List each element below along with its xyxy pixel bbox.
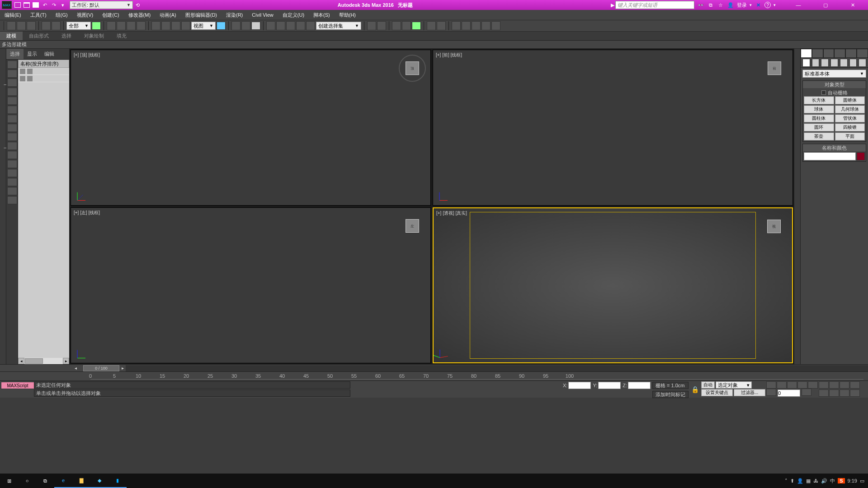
keyfilter-button[interactable]: 过滤器... <box>734 389 765 396</box>
primitive-button[interactable]: 圆柱体 <box>804 114 834 122</box>
tool-btn[interactable] <box>296 21 305 30</box>
right-dock-spine[interactable] <box>794 49 800 364</box>
tool-btn[interactable] <box>27 21 36 30</box>
primitive-button[interactable]: 四棱锥 <box>835 123 865 131</box>
scene-tab[interactable]: 编辑 <box>41 49 58 59</box>
tool-btn[interactable] <box>107 21 116 30</box>
tool-btn[interactable] <box>462 21 471 30</box>
tool-btn[interactable] <box>137 21 146 30</box>
menu-item[interactable]: 修改器(M) <box>124 10 156 20</box>
scene-filter-icon[interactable] <box>7 106 17 114</box>
primitive-button[interactable]: 几何球体 <box>835 105 865 113</box>
binoculars-icon[interactable]: 👓 <box>697 1 704 9</box>
menu-item[interactable]: 自定义(U) <box>278 10 309 20</box>
goto-end-icon[interactable] <box>808 381 818 389</box>
tool-btn[interactable] <box>392 21 401 30</box>
redo-icon[interactable]: ↷ <box>50 1 58 9</box>
time-slider-handle[interactable]: 0 / 100 <box>83 365 119 371</box>
geometry-icon[interactable] <box>802 59 810 67</box>
scene-hscroll[interactable]: ◂ ▸ <box>18 358 69 364</box>
autokey-button[interactable]: 自动 <box>701 381 715 389</box>
goto-start-icon[interactable] <box>766 381 776 389</box>
network-icon[interactable]: 🖧 <box>813 478 818 483</box>
viewport-label[interactable]: [+] [前] [线框] <box>436 52 462 58</box>
helpers-icon[interactable] <box>840 59 848 67</box>
tool-btn[interactable] <box>151 21 160 30</box>
tool-btn[interactable] <box>171 21 180 30</box>
scene-list[interactable]: 名称(按升序排序) ◂ ▸ <box>18 60 69 364</box>
tool-btn[interactable] <box>286 21 295 30</box>
scroll-left-icon[interactable]: ◂ <box>18 358 24 364</box>
close-button[interactable]: ✕ <box>839 0 866 10</box>
tool-btn[interactable] <box>412 22 421 30</box>
connect-icon[interactable]: ⧉ <box>707 1 714 9</box>
hierarchy-tab[interactable] <box>823 49 835 58</box>
autogrid-checkbox[interactable]: 自动栅格 <box>804 89 865 96</box>
display-tab[interactable] <box>845 49 857 58</box>
edge-icon[interactable]: e <box>54 474 72 488</box>
tool-btn[interactable] <box>266 21 275 30</box>
viewport-top[interactable]: [+] [顶] [线框] 顶 <box>71 50 431 206</box>
viewcube[interactable]: 顶 <box>403 59 421 77</box>
scene-filter-icon[interactable] <box>7 178 17 186</box>
tool-btn[interactable] <box>472 21 481 30</box>
motion-tab[interactable] <box>834 49 845 58</box>
tool-btn[interactable] <box>127 21 136 30</box>
tool-btn[interactable] <box>17 21 26 30</box>
utilities-tab[interactable] <box>857 49 868 58</box>
scroll-right-icon[interactable]: ▸ <box>63 358 69 364</box>
tool-btn[interactable] <box>217 22 226 30</box>
viewport-label[interactable]: [+] [透视] [真实] <box>436 210 467 216</box>
selection-filter[interactable]: 全部▼ <box>66 22 91 30</box>
primitive-button[interactable]: 管状体 <box>835 114 865 122</box>
menu-item[interactable]: 编辑(E) <box>0 10 26 20</box>
scene-tab[interactable]: 显示 <box>24 49 41 59</box>
left-dock-spine[interactable] <box>0 49 6 364</box>
scene-filter-icon[interactable] <box>7 61 17 69</box>
app-logo[interactable]: MAX <box>2 1 12 9</box>
primitive-button[interactable]: 茶壶 <box>804 132 834 141</box>
pan-icon[interactable] <box>829 389 839 397</box>
viewport-left[interactable]: [+] [左] [线框] 左 <box>71 207 431 363</box>
tool-btn[interactable] <box>241 21 250 30</box>
menu-item[interactable]: 图形编辑器(D) <box>181 10 222 20</box>
orbit-icon[interactable] <box>840 389 849 397</box>
scene-filter-icon[interactable] <box>7 151 17 159</box>
menu-item[interactable]: 工具(T) <box>26 10 51 20</box>
rollout-header[interactable]: −对象类型 <box>803 81 866 88</box>
modify-tab[interactable] <box>812 49 823 58</box>
tool-btn[interactable] <box>491 21 500 30</box>
spacewarps-icon[interactable] <box>849 59 857 67</box>
primitive-button[interactable]: 圆环 <box>804 123 834 131</box>
scene-filter-icon[interactable] <box>7 124 17 132</box>
tool-btn[interactable] <box>231 21 241 30</box>
tray-icon[interactable]: 👤 <box>797 478 803 484</box>
scroll-thumb[interactable] <box>25 358 43 364</box>
rollout-header[interactable]: −名称和颜色 <box>803 144 866 151</box>
scene-filter-icon[interactable] <box>7 142 17 150</box>
maxscript-button[interactable]: MAXScript <box>1 382 34 389</box>
ribbon-tab[interactable]: 自由形式 <box>23 32 55 40</box>
lock-icon[interactable]: 🔒 <box>691 386 699 393</box>
lights-icon[interactable] <box>821 59 829 67</box>
tray-icon[interactable]: ▦ <box>806 478 811 484</box>
tool-btn[interactable] <box>452 21 461 30</box>
next-frame-icon[interactable]: ▸ <box>119 365 126 371</box>
scene-filter-icon[interactable] <box>7 70 17 78</box>
key-mode-icon[interactable] <box>766 389 776 396</box>
workspace-selector[interactable]: 工作区: 默认 ▼ <box>70 1 133 9</box>
zoom-all-icon[interactable] <box>829 381 839 389</box>
tool-btn[interactable] <box>161 21 170 30</box>
zoom-extents-icon[interactable] <box>840 381 849 389</box>
minimize-button[interactable]: — <box>785 0 812 10</box>
menu-item[interactable]: 组(G) <box>51 10 72 20</box>
time-slider[interactable]: ◂ 0 / 100 ▸ <box>0 364 868 371</box>
tool-btn[interactable] <box>117 21 126 30</box>
key-target-dropdown[interactable]: 选定对象▾ <box>716 381 752 389</box>
next-key-icon[interactable] <box>797 381 807 389</box>
system-tray[interactable]: ˄ ⬆ 👤 ▦ 🖧 🔊 中 S 9:19 ▭ <box>781 478 868 484</box>
start-button[interactable]: ⊞ <box>0 474 18 488</box>
scene-list-header[interactable]: 名称(按升序排序) <box>18 60 69 68</box>
scene-filter-icon[interactable] <box>7 88 17 96</box>
qat-drop-icon[interactable]: ▾ <box>59 1 67 9</box>
